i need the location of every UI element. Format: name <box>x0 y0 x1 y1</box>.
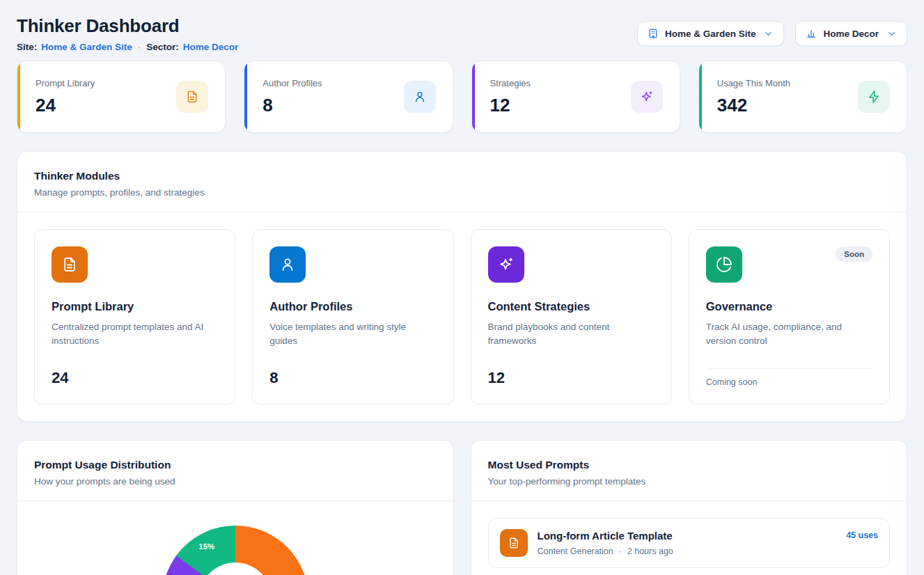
module-card-author-profiles[interactable]: Author Profiles Voice templates and writ… <box>252 229 453 404</box>
sector-selector-dropdown[interactable]: Home Decor <box>795 21 907 46</box>
stat-card-prompt-library: Prompt Library 24 <box>17 61 226 133</box>
sector-link[interactable]: Home Decor <box>183 42 239 52</box>
stat-accent-bar <box>699 61 702 132</box>
user-icon <box>269 246 306 283</box>
stat-label: Strategies <box>490 78 531 88</box>
divider <box>706 368 872 369</box>
sparkle-icon <box>488 246 524 283</box>
prompt-uses-badge: 45 uses <box>846 530 878 540</box>
stat-value: 24 <box>36 95 95 116</box>
stat-card-usage: Usage This Month 342 <box>698 61 907 133</box>
chevron-down-icon <box>763 29 774 39</box>
module-title: Author Profiles <box>269 300 436 313</box>
header-controls: Home & Garden Site Home Decor <box>637 21 907 46</box>
sector-label: Sector: <box>146 42 179 52</box>
stats-row: Prompt Library 24 Author Profiles 8 <box>17 61 907 133</box>
prompts-panel-title: Most Used Prompts <box>488 459 891 471</box>
modules-grid: Prompt Library Centralized prompt templa… <box>17 212 907 421</box>
module-card-content-strategies[interactable]: Content Strategies Brand playbooks and c… <box>471 229 672 404</box>
document-icon <box>176 81 208 113</box>
module-card-governance[interactable]: Soon Governance Track AI usage, complian… <box>689 229 890 404</box>
module-title: Prompt Library <box>52 300 218 313</box>
user-icon <box>404 81 436 113</box>
stat-card-strategies: Strategies 12 <box>471 61 680 133</box>
site-link[interactable]: Home & Garden Site <box>41 42 132 52</box>
module-count: 24 <box>52 369 218 387</box>
site-selector-dropdown[interactable]: Home & Garden Site <box>637 21 785 46</box>
site-label: Site: <box>17 42 37 52</box>
prompt-title: Long-form Article Template <box>538 530 837 542</box>
bottom-row: Prompt Usage Distribution How your promp… <box>17 440 907 575</box>
modules-title: Thinker Modules <box>34 170 890 182</box>
prompt-list-item[interactable]: Long-form Article Template Content Gener… <box>488 518 891 568</box>
prompts-panel-subtitle: Your top-performing prompt templates <box>488 476 891 487</box>
pie-chart-icon <box>706 246 742 283</box>
sector-selector-label: Home Decor <box>823 29 879 39</box>
stat-label: Usage This Month <box>717 78 790 88</box>
coming-soon-text: Coming soon <box>706 377 872 387</box>
page-title: Thinker Dashboard <box>17 15 238 37</box>
bar-chart-icon <box>806 28 817 39</box>
soon-badge: Soon <box>836 246 872 262</box>
dashboard-page: Thinker Dashboard Site: Home & Garden Si… <box>0 0 924 575</box>
site-selector-label: Home & Garden Site <box>665 29 756 39</box>
module-card-prompt-library[interactable]: Prompt Library Centralized prompt templa… <box>34 229 235 404</box>
module-description: Track AI usage, compliance, and version … <box>706 320 872 349</box>
stat-accent-bar <box>17 61 20 132</box>
breadcrumb-separator: · <box>138 42 141 52</box>
module-title: Content Strategies <box>488 300 655 313</box>
stat-label: Author Profiles <box>263 78 322 88</box>
stat-accent-bar <box>472 61 475 132</box>
module-description: Voice templates and writing style guides <box>269 320 436 349</box>
prompt-usage-chart: 15% <box>17 501 453 575</box>
stat-label: Prompt Library <box>36 78 95 88</box>
stat-card-author-profiles: Author Profiles 8 <box>244 61 453 133</box>
thinker-modules-panel: Thinker Modules Manage prompts, profiles… <box>17 151 907 422</box>
bolt-icon <box>858 81 890 113</box>
chevron-down-icon <box>886 29 897 39</box>
usage-panel-subtitle: How your prompts are being used <box>34 476 437 487</box>
building-icon <box>648 28 659 39</box>
prompts-list: Long-form Article Template Content Gener… <box>471 501 907 575</box>
module-footer: Coming soon <box>706 368 872 387</box>
chart-segment-label: 15% <box>192 542 221 551</box>
module-count: 12 <box>488 369 655 387</box>
header: Thinker Dashboard Site: Home & Garden Si… <box>17 15 907 52</box>
modules-subtitle: Manage prompts, profiles, and strategies <box>34 187 890 198</box>
usage-distribution-panel: Prompt Usage Distribution How your promp… <box>17 440 454 575</box>
prompt-category: Content Generation <box>538 546 613 556</box>
document-icon <box>500 529 528 557</box>
document-icon <box>52 246 88 283</box>
module-description: Brand playbooks and content frameworks <box>488 320 655 349</box>
module-description: Centralized prompt templates and AI inst… <box>52 320 218 349</box>
stat-value: 12 <box>490 95 531 116</box>
stat-accent-bar <box>244 61 247 132</box>
most-used-prompts-panel: Most Used Prompts Your top-performing pr… <box>471 440 908 575</box>
sparkle-icon <box>631 81 663 113</box>
header-left: Thinker Dashboard Site: Home & Garden Si… <box>17 15 238 52</box>
stat-value: 342 <box>717 95 790 116</box>
module-count: 8 <box>269 369 436 387</box>
module-title: Governance <box>706 300 872 313</box>
meta-separator: · <box>619 546 622 556</box>
stat-value: 8 <box>263 95 322 116</box>
usage-panel-title: Prompt Usage Distribution <box>34 459 437 471</box>
breadcrumb: Site: Home & Garden Site · Sector: Home … <box>17 42 238 52</box>
prompt-time: 2 hours ago <box>627 546 673 556</box>
